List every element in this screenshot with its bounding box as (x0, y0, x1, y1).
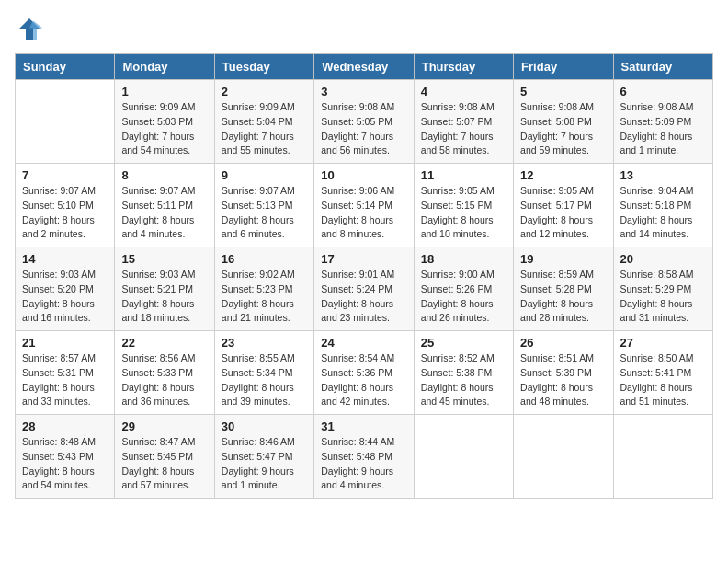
day-number: 25 (421, 336, 506, 350)
day-info: Sunrise: 9:08 AM Sunset: 5:05 PM Dayligh… (321, 100, 406, 158)
logo-icon (15, 15, 44, 44)
day-number: 6 (620, 85, 706, 98)
day-number: 23 (222, 336, 307, 350)
day-info: Sunrise: 8:52 AM Sunset: 5:38 PM Dayligh… (421, 351, 506, 409)
calendar-cell: 27Sunrise: 8:50 AM Sunset: 5:41 PM Dayli… (613, 331, 712, 415)
day-number: 1 (121, 85, 207, 98)
calendar-cell: 8Sunrise: 9:07 AM Sunset: 5:11 PM Daylig… (115, 164, 214, 247)
calendar-cell (613, 415, 712, 499)
day-info: Sunrise: 8:46 AM Sunset: 5:47 PM Dayligh… (222, 435, 307, 493)
calendar-cell: 18Sunrise: 9:00 AM Sunset: 5:26 PM Dayli… (414, 247, 513, 331)
calendar-cell: 10Sunrise: 9:06 AM Sunset: 5:14 PM Dayli… (314, 164, 414, 247)
day-number: 19 (520, 252, 606, 266)
day-number: 27 (620, 336, 706, 350)
calendar-cell (514, 415, 613, 499)
day-number: 21 (22, 336, 108, 350)
day-info: Sunrise: 9:06 AM Sunset: 5:14 PM Dayligh… (321, 184, 406, 242)
calendar-cell: 28Sunrise: 8:48 AM Sunset: 5:43 PM Dayli… (16, 415, 115, 499)
page-header (15, 15, 713, 44)
day-number: 9 (222, 168, 307, 182)
day-number: 10 (321, 168, 406, 182)
day-info: Sunrise: 9:05 AM Sunset: 5:17 PM Dayligh… (520, 184, 606, 242)
day-number: 26 (520, 336, 606, 350)
day-info: Sunrise: 9:02 AM Sunset: 5:23 PM Dayligh… (222, 268, 307, 326)
day-number: 5 (520, 85, 606, 98)
calendar-cell: 22Sunrise: 8:56 AM Sunset: 5:33 PM Dayli… (115, 331, 214, 415)
day-info: Sunrise: 9:08 AM Sunset: 5:07 PM Dayligh… (421, 100, 506, 158)
day-info: Sunrise: 8:48 AM Sunset: 5:43 PM Dayligh… (22, 435, 108, 493)
weekday-header-row: SundayMondayTuesdayWednesdayThursdayFrid… (16, 54, 713, 80)
day-info: Sunrise: 9:09 AM Sunset: 5:03 PM Dayligh… (121, 100, 207, 158)
day-number: 24 (321, 336, 406, 350)
day-info: Sunrise: 9:03 AM Sunset: 5:20 PM Dayligh… (22, 268, 108, 326)
day-info: Sunrise: 9:07 AM Sunset: 5:13 PM Dayligh… (222, 184, 307, 242)
calendar-week-row: 7Sunrise: 9:07 AM Sunset: 5:10 PM Daylig… (16, 164, 713, 247)
calendar-cell: 21Sunrise: 8:57 AM Sunset: 5:31 PM Dayli… (16, 331, 115, 415)
day-number: 29 (121, 419, 207, 433)
calendar-cell: 20Sunrise: 8:58 AM Sunset: 5:29 PM Dayli… (613, 247, 712, 331)
day-number: 8 (121, 168, 207, 182)
day-number: 28 (22, 419, 108, 433)
day-info: Sunrise: 8:54 AM Sunset: 5:36 PM Dayligh… (321, 351, 406, 409)
calendar-cell: 12Sunrise: 9:05 AM Sunset: 5:17 PM Dayli… (514, 164, 613, 247)
day-info: Sunrise: 8:55 AM Sunset: 5:34 PM Dayligh… (222, 351, 307, 409)
day-number: 22 (121, 336, 207, 350)
calendar-week-row: 1Sunrise: 9:09 AM Sunset: 5:03 PM Daylig… (16, 80, 713, 164)
day-number: 16 (222, 252, 307, 266)
day-info: Sunrise: 9:08 AM Sunset: 5:08 PM Dayligh… (520, 100, 606, 158)
day-info: Sunrise: 8:57 AM Sunset: 5:31 PM Dayligh… (22, 351, 108, 409)
calendar-cell: 23Sunrise: 8:55 AM Sunset: 5:34 PM Dayli… (214, 331, 313, 415)
calendar-cell: 17Sunrise: 9:01 AM Sunset: 5:24 PM Dayli… (314, 247, 414, 331)
calendar-cell: 11Sunrise: 9:05 AM Sunset: 5:15 PM Dayli… (414, 164, 513, 247)
weekday-header: Thursday (414, 54, 513, 80)
calendar-cell (16, 80, 115, 164)
weekday-header: Tuesday (214, 54, 313, 80)
day-number: 7 (22, 168, 108, 182)
day-info: Sunrise: 9:05 AM Sunset: 5:15 PM Dayligh… (421, 184, 506, 242)
day-info: Sunrise: 9:09 AM Sunset: 5:04 PM Dayligh… (222, 100, 307, 158)
svg-marker-1 (18, 18, 40, 40)
calendar-week-row: 28Sunrise: 8:48 AM Sunset: 5:43 PM Dayli… (16, 415, 713, 499)
calendar-cell: 7Sunrise: 9:07 AM Sunset: 5:10 PM Daylig… (16, 164, 115, 247)
weekday-header: Sunday (16, 54, 115, 80)
day-info: Sunrise: 8:50 AM Sunset: 5:41 PM Dayligh… (620, 351, 706, 409)
calendar-cell: 13Sunrise: 9:04 AM Sunset: 5:18 PM Dayli… (613, 164, 712, 247)
logo (15, 15, 48, 44)
calendar-week-row: 14Sunrise: 9:03 AM Sunset: 5:20 PM Dayli… (16, 247, 713, 331)
day-number: 2 (222, 85, 307, 98)
calendar-cell: 4Sunrise: 9:08 AM Sunset: 5:07 PM Daylig… (414, 80, 513, 164)
calendar-cell: 15Sunrise: 9:03 AM Sunset: 5:21 PM Dayli… (115, 247, 214, 331)
calendar-cell: 31Sunrise: 8:44 AM Sunset: 5:48 PM Dayli… (314, 415, 414, 499)
day-info: Sunrise: 9:00 AM Sunset: 5:26 PM Dayligh… (421, 268, 506, 326)
calendar-cell: 25Sunrise: 8:52 AM Sunset: 5:38 PM Dayli… (414, 331, 513, 415)
calendar-cell: 9Sunrise: 9:07 AM Sunset: 5:13 PM Daylig… (214, 164, 313, 247)
calendar-cell: 24Sunrise: 8:54 AM Sunset: 5:36 PM Dayli… (314, 331, 414, 415)
calendar-cell: 26Sunrise: 8:51 AM Sunset: 5:39 PM Dayli… (514, 331, 613, 415)
day-info: Sunrise: 8:56 AM Sunset: 5:33 PM Dayligh… (121, 351, 207, 409)
calendar-cell: 19Sunrise: 8:59 AM Sunset: 5:28 PM Dayli… (514, 247, 613, 331)
day-info: Sunrise: 8:47 AM Sunset: 5:45 PM Dayligh… (121, 435, 207, 493)
day-info: Sunrise: 8:44 AM Sunset: 5:48 PM Dayligh… (321, 435, 406, 493)
day-info: Sunrise: 8:51 AM Sunset: 5:39 PM Dayligh… (520, 351, 606, 409)
day-number: 12 (520, 168, 606, 182)
day-number: 4 (421, 85, 506, 98)
day-number: 30 (222, 419, 307, 433)
calendar-cell: 5Sunrise: 9:08 AM Sunset: 5:08 PM Daylig… (514, 80, 613, 164)
day-number: 14 (22, 252, 108, 266)
weekday-header: Saturday (613, 54, 712, 80)
weekday-header: Friday (514, 54, 613, 80)
weekday-header: Wednesday (314, 54, 414, 80)
calendar-table: SundayMondayTuesdayWednesdayThursdayFrid… (15, 53, 713, 499)
calendar-cell: 29Sunrise: 8:47 AM Sunset: 5:45 PM Dayli… (115, 415, 214, 499)
day-number: 17 (321, 252, 406, 266)
calendar-cell (414, 415, 513, 499)
weekday-header: Monday (115, 54, 214, 80)
calendar-cell: 30Sunrise: 8:46 AM Sunset: 5:47 PM Dayli… (214, 415, 313, 499)
day-info: Sunrise: 9:04 AM Sunset: 5:18 PM Dayligh… (620, 184, 706, 242)
day-info: Sunrise: 8:59 AM Sunset: 5:28 PM Dayligh… (520, 268, 606, 326)
calendar-week-row: 21Sunrise: 8:57 AM Sunset: 5:31 PM Dayli… (16, 331, 713, 415)
day-info: Sunrise: 9:01 AM Sunset: 5:24 PM Dayligh… (321, 268, 406, 326)
day-number: 11 (421, 168, 506, 182)
day-number: 31 (321, 419, 406, 433)
day-info: Sunrise: 8:58 AM Sunset: 5:29 PM Dayligh… (620, 268, 706, 326)
